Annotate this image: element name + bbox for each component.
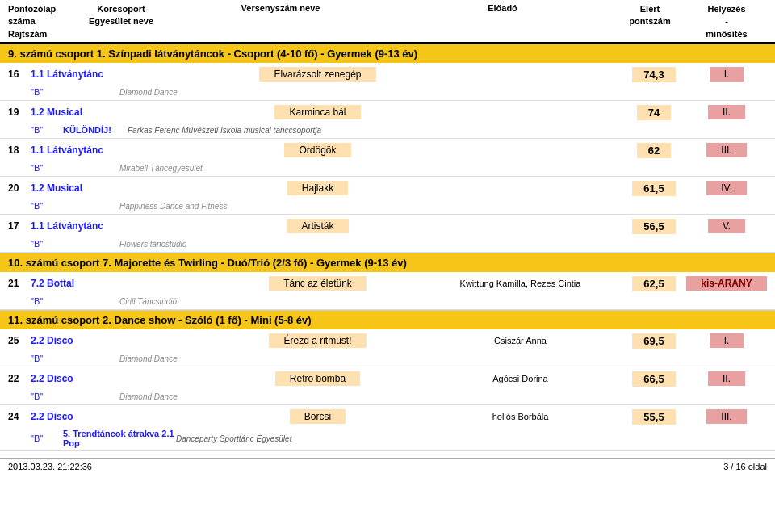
row-place-20: IV. xyxy=(686,181,767,195)
row-place-18: III. xyxy=(686,143,767,157)
sub-row-22: "B" Diamond Dance xyxy=(0,390,775,404)
row-comp-16: Elvarázsolt zenegép xyxy=(216,67,419,82)
data-group-17: 17 1.1 Látványtánc Artisták 56,5 V. "B" … xyxy=(0,215,775,253)
row-class-18: 1.1 Látványtánc xyxy=(31,145,119,156)
sub-row-25: "B" Diamond Dance xyxy=(0,352,775,367)
row-score-24: 55,5 xyxy=(622,409,686,425)
row-class-22: 2.2 Disco xyxy=(31,373,119,384)
row-performer-21: Kwittung Kamilla, Rezes Cintia xyxy=(419,279,622,288)
row-assoc-24-bold: 5. Trendtáncok átrakva 2.1 Pop xyxy=(63,429,176,448)
row-num-19: 19 xyxy=(8,107,31,118)
header-col-performer: Előadó xyxy=(392,3,614,13)
row-performer-25: Csiszár Anna xyxy=(419,336,622,346)
main-row-16: 16 1.1 Látványtánc Elvarázsolt zenegép 7… xyxy=(0,63,775,86)
main-row-24: 24 2.2 Disco Borcsi hollós Borbála 55,5 … xyxy=(0,405,775,428)
row-assoc-19-bold: KÜLÖNDÍJ! xyxy=(63,125,128,135)
header-col-place: Helyezés - minősítés xyxy=(686,3,767,40)
row-score-16: 74,3 xyxy=(622,67,686,82)
data-group-16: 16 1.1 Látványtánc Elvarázsolt zenegép 7… xyxy=(0,63,775,101)
row-comp-19: Karminca bál xyxy=(216,105,419,119)
row-quote-24: "B" xyxy=(31,434,63,443)
row-score-17: 56,5 xyxy=(622,219,686,234)
row-comp-24: Borcsi xyxy=(216,409,419,424)
footer-page: 3 / 16 oldal xyxy=(723,462,767,471)
main-row-22: 22 2.2 Disco Retro bomba Agócsi Dorina 6… xyxy=(0,367,775,390)
data-group-22: 22 2.2 Disco Retro bomba Agócsi Dorina 6… xyxy=(0,367,775,405)
row-class-25: 2.2 Disco xyxy=(31,335,119,346)
row-place-24: III. xyxy=(686,409,767,424)
row-quote-21: "B" xyxy=(31,296,119,306)
sub-row-21: "B" Cirill Táncstúdió xyxy=(0,295,775,309)
data-group-20: 20 1.2 Musical Hajlakk 61,5 IV. "B" Happ… xyxy=(0,177,775,215)
row-comp-20: Hajlakk xyxy=(216,181,419,195)
sub-row-18: "B" Mirabell Táncegyesület xyxy=(0,161,775,176)
row-score-20: 61,5 xyxy=(622,181,686,196)
row-place-22: II. xyxy=(686,371,767,386)
row-class-20: 1.2 Musical xyxy=(31,182,119,194)
row-assoc-25: Diamond Dance xyxy=(119,354,178,363)
row-class-24: 2.2 Disco xyxy=(31,411,119,422)
data-group-24: 24 2.2 Disco Borcsi hollós Borbála 55,5 … xyxy=(0,405,775,451)
section1-header: 9. számú csoport 1. Színpadi látványtánc… xyxy=(0,44,775,63)
row-num-22: 22 xyxy=(8,373,31,384)
row-class-17: 1.1 Látványtánc xyxy=(31,220,119,232)
data-group-19: 19 1.2 Musical Karminca bál 74 II. "B" K… xyxy=(0,101,775,139)
row-score-18: 62 xyxy=(622,143,686,158)
row-score-22: 66,5 xyxy=(622,371,686,387)
row-place-16: I. xyxy=(686,67,767,82)
data-group-21: 21 7.2 Bottal Tánc az életünk Kwittung K… xyxy=(0,272,775,310)
data-group-25: 25 2.2 Disco Érezd a ritmust! Csiszár An… xyxy=(0,329,775,367)
main-row-17: 17 1.1 Látványtánc Artisták 56,5 V. xyxy=(0,215,775,237)
row-performer-24: hollós Borbála xyxy=(419,412,622,421)
header-col-num: Pontozólap száma Rajtszám xyxy=(8,3,73,40)
section3-header: 11. számú csoport 2. Dance show - Szóló … xyxy=(0,310,775,329)
row-comp-22: Retro bomba xyxy=(216,371,419,386)
row-num-20: 20 xyxy=(8,182,31,194)
sub-row-16: "B" Diamond Dance xyxy=(0,86,775,100)
header-col-score: Elért pontszám xyxy=(614,3,686,28)
sub-row-20: "B" Happiness Dance and Fitness xyxy=(0,199,775,214)
sub-row-17: "B" Flowers táncstúdió xyxy=(0,237,775,252)
row-quote-19: "B" xyxy=(31,125,63,135)
row-place-21: kis-ARANY xyxy=(686,276,767,291)
main-row-18: 18 1.1 Látványtánc Ördögök 62 III. xyxy=(0,139,775,161)
row-comp-21: Tánc az életünk xyxy=(216,276,419,291)
row-assoc-21: Cirill Táncstúdió xyxy=(119,297,177,306)
row-quote-16: "B" xyxy=(31,87,119,97)
footer-date: 2013.03.23. 21:22:36 xyxy=(8,462,92,471)
row-place-17: V. xyxy=(686,219,767,233)
section2-header: 10. számú csoport 7. Majorette és Twirli… xyxy=(0,253,775,272)
row-comp-25: Érezd a ritmust! xyxy=(216,333,419,348)
row-class-19: 1.2 Musical xyxy=(31,107,119,118)
page-header: Pontozólap száma Rajtszám Korcsoport Egy… xyxy=(0,0,775,44)
row-num-21: 21 xyxy=(8,278,31,289)
sub-row-24: "B" 5. Trendtáncok átrakva 2.1 Pop Dance… xyxy=(0,428,775,450)
row-quote-25: "B" xyxy=(31,354,119,363)
main-row-25: 25 2.2 Disco Érezd a ritmust! Csiszár An… xyxy=(0,329,775,352)
row-assoc-24-sub: Danceparty Sporttánc Egyesület xyxy=(176,434,291,443)
row-score-21: 62,5 xyxy=(622,276,686,291)
row-score-25: 69,5 xyxy=(622,333,686,349)
row-assoc-19-sub: Farkas Ferenc Művészeti Iskola musical t… xyxy=(128,126,321,135)
row-quote-20: "B" xyxy=(31,201,119,211)
row-comp-18: Ördögök xyxy=(216,143,419,157)
row-assoc-16: Diamond Dance xyxy=(119,88,281,97)
data-group-18: 18 1.1 Látványtánc Ördögök 62 III. "B" M… xyxy=(0,139,775,177)
row-num-25: 25 xyxy=(8,335,31,346)
row-assoc-22: Diamond Dance xyxy=(119,392,178,401)
row-num-16: 16 xyxy=(8,69,31,80)
row-class-16: 1.1 Látványtánc xyxy=(31,69,119,80)
row-place-25: I. xyxy=(686,333,767,348)
row-assoc-20: Happiness Dance and Fitness xyxy=(119,202,227,211)
row-comp-17: Artisták xyxy=(216,219,419,233)
sub-row-19: "B" KÜLÖNDÍJ! Farkas Ferenc Művészeti Is… xyxy=(0,124,775,138)
page-footer: 2013.03.23. 21:22:36 3 / 16 oldal xyxy=(0,458,775,475)
header-col-comp: Versenyszám neve xyxy=(170,3,392,13)
row-assoc-18: Mirabell Táncegyesület xyxy=(119,164,203,173)
row-quote-22: "B" xyxy=(31,392,119,401)
row-num-24: 24 xyxy=(8,411,31,422)
row-quote-17: "B" xyxy=(31,239,119,249)
row-class-21: 7.2 Bottal xyxy=(31,278,119,289)
row-quote-18: "B" xyxy=(31,163,119,173)
row-performer-22: Agócsi Dorina xyxy=(419,374,622,383)
